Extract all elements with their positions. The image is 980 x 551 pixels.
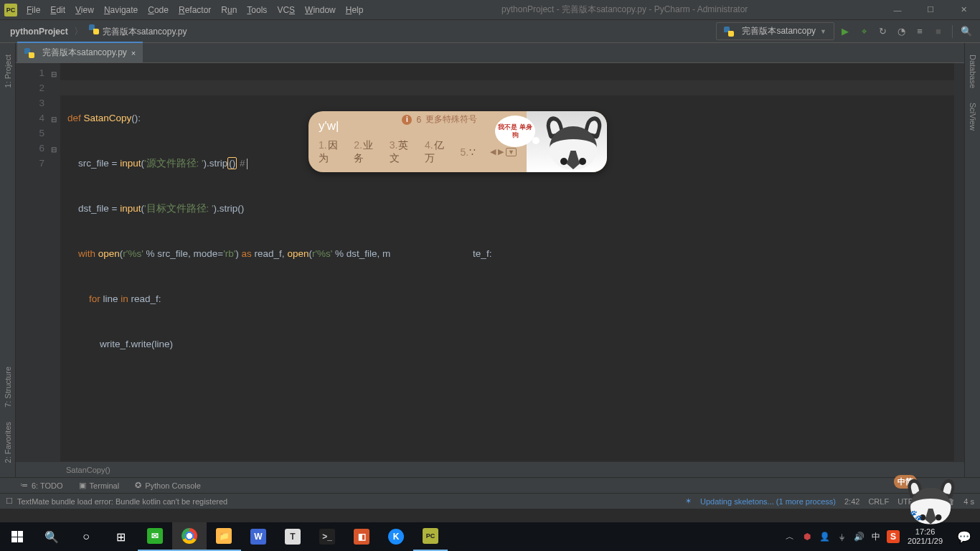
- tray-ime-lang-icon[interactable]: 中: [867, 522, 885, 551]
- tray-overflow-icon[interactable]: ︿: [781, 522, 798, 551]
- ime-floating-mascot[interactable]: 中简 🐾: [904, 472, 960, 522]
- editor-tab[interactable]: 完善版本satancopy.py ×: [17, 42, 143, 62]
- ime-candidate[interactable]: 3.英文: [390, 139, 415, 165]
- ime-next-icon[interactable]: ▶: [498, 147, 504, 156]
- taskbar-cmd[interactable]: >_: [310, 522, 344, 551]
- sidebar-structure[interactable]: 7: Structure: [4, 359, 12, 415]
- python-icon: [724, 27, 734, 37]
- minimize-button[interactable]: —: [881, 0, 914, 20]
- breadcrumb-root[interactable]: pythonProject: [7, 25, 71, 38]
- breadcrumb-file[interactable]: 完善版本satancopy.py: [86, 23, 190, 39]
- line-gutter[interactable]: 1 2 3 4 5 6 7 ⊟ ⊟ ⊟: [16, 63, 60, 461]
- menu-edit[interactable]: Edit: [45, 5, 70, 15]
- python-file-icon: [24, 48, 34, 58]
- paw-icon: 🐾: [910, 509, 922, 521]
- menu-refactor[interactable]: Refactor: [174, 5, 216, 15]
- info-icon: i: [402, 115, 412, 125]
- action-center-button[interactable]: 💬: [948, 530, 980, 544]
- menu-run[interactable]: Run: [216, 5, 242, 15]
- concurrency-button[interactable]: ≡: [912, 24, 928, 39]
- sidebar-project[interactable]: 1: Project: [4, 47, 12, 95]
- indent-info[interactable]: 4 s: [963, 497, 974, 506]
- taskbar-wechat[interactable]: ✉: [138, 522, 172, 551]
- taskbar-wps[interactable]: W: [241, 522, 275, 551]
- navigation-bar: pythonProject 〉 完善版本satancopy.py 完善版本sat…: [0, 20, 980, 43]
- run-config-label: 完善版本satancopy: [742, 25, 816, 37]
- profile-button[interactable]: ◔: [893, 24, 909, 39]
- ime-candidate[interactable]: 2.业务: [354, 139, 379, 165]
- ime-expand-icon[interactable]: ▼: [506, 148, 517, 156]
- menu-vcs[interactable]: VCS: [272, 5, 300, 15]
- task-view-button[interactable]: ⊞: [103, 522, 138, 551]
- fold-end-icon[interactable]: ⊟: [51, 142, 57, 157]
- taskbar-app1[interactable]: ◧: [344, 522, 379, 551]
- status-message: TextMate bundle load error: Bundle kotli…: [17, 497, 227, 506]
- caret-position[interactable]: 2:42: [844, 497, 859, 506]
- breadcrumb-sep-icon: 〉: [71, 25, 86, 38]
- tab-close-icon[interactable]: ×: [131, 49, 136, 57]
- menu-file[interactable]: FFileile: [22, 5, 45, 15]
- right-tool-strip: Database SciView: [964, 43, 980, 477]
- cortana-button[interactable]: ○: [69, 522, 103, 551]
- menu-navigate[interactable]: Navigate: [99, 5, 143, 15]
- pycharm-logo-icon: PC: [4, 4, 17, 17]
- tab-label: 完善版本satancopy.py: [42, 47, 127, 59]
- todo-icon: ≔: [20, 481, 28, 490]
- title-bar: PC FFileile Edit View Navigate Code Refa…: [0, 0, 980, 20]
- text-cursor: [247, 159, 248, 169]
- tray-volume-icon[interactable]: 🔊: [850, 522, 867, 551]
- stop-button[interactable]: ■: [930, 24, 946, 39]
- ime-candidate[interactable]: 1.因为: [319, 139, 344, 165]
- sidebar-sciview[interactable]: SciView: [969, 95, 977, 138]
- editor-scrollbar[interactable]: [954, 63, 964, 461]
- fold-icon[interactable]: ⊟: [51, 67, 57, 82]
- start-button[interactable]: [0, 522, 34, 551]
- tray-app-icon[interactable]: ⬢: [798, 522, 816, 551]
- tray-people-icon[interactable]: 👤: [816, 522, 833, 551]
- tray-sogou-icon[interactable]: S: [885, 522, 902, 551]
- line-ending[interactable]: CRLF: [868, 497, 889, 506]
- ime-candidate[interactable]: 4.亿万: [425, 139, 450, 165]
- tool-window-bar: ≔6: TODO ▣Terminal ✪Python Console: [0, 477, 980, 493]
- menu-window[interactable]: Window: [300, 5, 341, 15]
- run-config-selector[interactable]: 完善版本satancopy ▼: [716, 22, 834, 40]
- ime-mascot: 我不是 单身狗: [527, 111, 607, 172]
- ime-prev-icon[interactable]: ◀: [490, 147, 496, 156]
- spinner-icon: ✶: [685, 496, 692, 506]
- window-title: pythonProject - 完善版本satancopy.py - PyCha…: [368, 4, 881, 16]
- search-everywhere-button[interactable]: 🔍: [958, 24, 974, 39]
- menu-tools[interactable]: Tools: [242, 5, 272, 15]
- taskbar-clock[interactable]: 17:262021/1/29: [902, 527, 948, 546]
- search-button[interactable]: 🔍: [34, 522, 69, 551]
- taskbar-explorer[interactable]: 📁: [207, 522, 241, 551]
- status-icon[interactable]: ☐: [6, 496, 13, 506]
- terminal-icon: ▣: [79, 481, 86, 490]
- code-breadcrumb[interactable]: SatanCopy(): [16, 461, 964, 477]
- menu-view[interactable]: View: [70, 5, 99, 15]
- menu-help[interactable]: Help: [341, 5, 369, 15]
- toolwin-python-console[interactable]: ✪Python Console: [135, 481, 201, 490]
- coverage-button[interactable]: ↻: [875, 24, 890, 39]
- menu-code[interactable]: Code: [143, 5, 174, 15]
- maximize-button[interactable]: ☐: [914, 0, 947, 20]
- ime-hint[interactable]: i 6更多特殊符号: [402, 113, 477, 126]
- ime-popup: y'w| i 6更多特殊符号 1.因为 2.业务 3.英文 4.亿万 5.∵ ◀…: [308, 111, 607, 172]
- speech-bubble: 我不是 单身狗: [495, 116, 535, 147]
- taskbar-pycharm[interactable]: PC: [413, 522, 448, 551]
- toolwin-todo[interactable]: ≔6: TODO: [20, 481, 63, 490]
- ime-candidate[interactable]: 5.∵: [460, 146, 476, 158]
- bg-tasks-link[interactable]: Updating skeletons... (1 more process): [700, 497, 836, 506]
- taskbar-kugou[interactable]: K: [379, 522, 413, 551]
- taskbar-chrome[interactable]: [172, 522, 207, 551]
- sidebar-favorites[interactable]: 2: Favorites: [4, 415, 12, 470]
- sidebar-database[interactable]: Database: [969, 47, 977, 95]
- fold-icon[interactable]: ⊟: [51, 112, 57, 127]
- debug-button[interactable]: ⌖: [856, 24, 872, 39]
- run-button[interactable]: ▶: [837, 24, 853, 39]
- close-button[interactable]: ✕: [947, 0, 980, 20]
- toolwin-terminal[interactable]: ▣Terminal: [79, 481, 120, 490]
- tray-network-icon[interactable]: ⏚: [833, 522, 850, 551]
- chevron-down-icon: ▼: [820, 28, 826, 35]
- left-tool-strip: 1: Project 7: Structure 2: Favorites: [0, 43, 16, 477]
- taskbar-text[interactable]: T: [275, 522, 310, 551]
